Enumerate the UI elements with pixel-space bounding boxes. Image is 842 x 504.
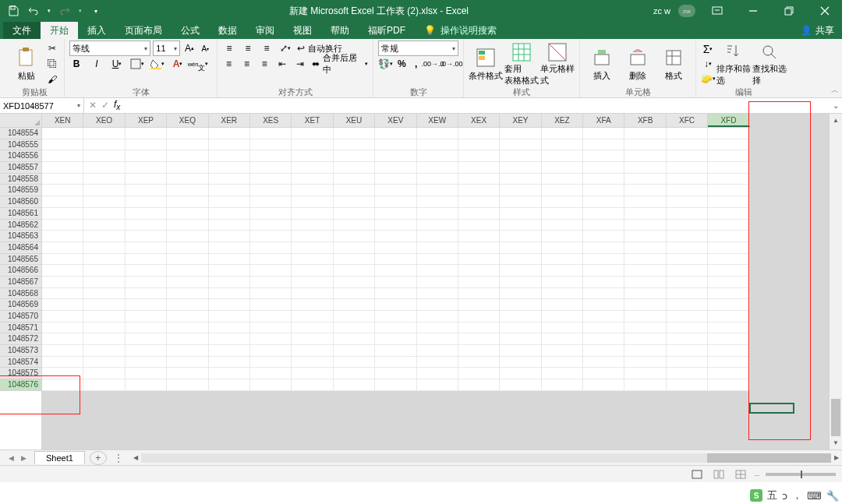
ime-settings-icon[interactable]: 🔧 (826, 490, 839, 502)
row-header[interactable]: 1048572 (0, 333, 41, 345)
align-bottom-icon[interactable]: ≡ (260, 41, 274, 55)
undo-icon[interactable] (25, 2, 42, 19)
row-header[interactable]: 1048565 (0, 254, 41, 266)
align-right-icon[interactable]: ≡ (258, 57, 271, 71)
tab-view[interactable]: 视图 (284, 22, 321, 39)
column-header[interactable]: XEX (458, 114, 500, 127)
fill-icon[interactable]: ↓▾ (701, 57, 715, 71)
increase-indent-icon[interactable]: ⇥ (294, 57, 307, 71)
add-sheet-icon[interactable]: + (90, 451, 107, 465)
ime-punct-icon[interactable]: ， (792, 488, 802, 502)
undo-dropdown-icon[interactable]: ▾ (45, 2, 53, 19)
scroll-left-icon[interactable]: ◀ (133, 454, 138, 461)
normal-view-icon[interactable] (689, 468, 705, 481)
row-header[interactable]: 1048562 (0, 220, 41, 231)
sheet-nav-next-icon[interactable]: ▶ (17, 454, 30, 462)
close-icon[interactable] (811, 0, 839, 22)
accounting-icon[interactable]: 💱▾ (378, 57, 392, 71)
insert-cells-button[interactable]: 插入 (585, 41, 619, 86)
row-header[interactable]: 1048571 (0, 322, 41, 334)
comma-icon[interactable]: , (412, 57, 422, 71)
row-header[interactable]: 1048561 (0, 208, 41, 220)
orientation-icon[interactable]: ⤢▾ (278, 41, 292, 55)
tab-layout[interactable]: 页面布局 (115, 22, 172, 39)
format-cells-button[interactable]: 格式 (656, 41, 691, 86)
row-header[interactable]: 1048573 (0, 345, 41, 357)
tab-review[interactable]: 审阅 (246, 22, 284, 39)
vscroll-thumb[interactable] (831, 399, 840, 436)
align-center-icon[interactable]: ≡ (240, 57, 253, 71)
phonetic-icon[interactable]: wén文 ▾ (191, 57, 205, 71)
clear-icon[interactable]: 🧽▾ (701, 72, 715, 86)
row-header[interactable]: 1048559 (0, 185, 41, 196)
user-avatar[interactable]: zw (678, 5, 695, 17)
delete-cells-button[interactable]: 删除 (621, 41, 655, 86)
percent-icon[interactable]: % (397, 57, 407, 71)
column-header[interactable]: XEZ (542, 114, 583, 127)
ime-softkbd-icon[interactable]: ⌨ (807, 490, 822, 502)
row-header[interactable]: 1048564 (0, 242, 41, 254)
row-header[interactable]: 1048575 (0, 368, 41, 379)
collapse-ribbon-icon[interactable]: ︿ (831, 85, 839, 96)
conditional-format-button[interactable]: 条件格式 (469, 41, 503, 86)
cell-styles-button[interactable]: 单元格样式 (540, 41, 575, 86)
column-header[interactable]: XES (250, 114, 292, 127)
vertical-scrollbar[interactable]: ▲ ▼ (829, 114, 842, 449)
row-header[interactable]: 1048570 (0, 311, 41, 322)
decrease-indent-icon[interactable]: ⇤ (276, 57, 289, 71)
ime-label[interactable]: 五 (767, 488, 777, 502)
cut-icon[interactable]: ✂ (45, 41, 59, 55)
row-header[interactable]: 1048566 (0, 265, 41, 277)
column-header[interactable]: XEU (334, 114, 375, 127)
sheet-nav-prev-icon[interactable]: ◀ (5, 454, 17, 462)
formula-input[interactable] (125, 98, 830, 113)
tab-file[interactable]: 文件 (3, 22, 41, 39)
column-header[interactable]: XEN (42, 114, 83, 127)
scroll-down-icon[interactable]: ▼ (830, 436, 842, 449)
restore-icon[interactable] (775, 0, 803, 22)
border-icon[interactable]: ▾ (130, 57, 144, 71)
share-button[interactable]: 👤共享 (791, 22, 842, 39)
fill-color-icon[interactable]: ▾ (150, 57, 165, 71)
italic-icon[interactable]: I (90, 57, 104, 71)
decrease-font-icon[interactable]: A▾ (199, 41, 212, 55)
column-header[interactable]: XFA (583, 114, 624, 127)
page-layout-view-icon[interactable] (711, 468, 727, 481)
select-all-button[interactable] (0, 114, 41, 128)
find-select-button[interactable]: 查找和选择 (752, 41, 787, 86)
row-header[interactable]: 1048558 (0, 174, 41, 185)
column-header[interactable]: XEW (417, 114, 458, 127)
redo-icon[interactable] (56, 2, 73, 19)
column-header[interactable]: XEQ (167, 114, 208, 127)
tell-me-search[interactable]: 💡 操作说明搜索 (415, 22, 506, 39)
column-header[interactable]: XFB (624, 114, 666, 127)
sort-filter-button[interactable]: 排序和筛选 (716, 41, 751, 86)
page-break-view-icon[interactable] (733, 468, 748, 481)
hscroll-thumb[interactable] (707, 453, 831, 463)
tab-foxit[interactable]: 福昕PDF (359, 22, 415, 39)
tab-data[interactable]: 数据 (209, 22, 246, 39)
ime-wubi-icon[interactable]: S (750, 489, 762, 502)
qat-customize-icon[interactable]: ▾ (87, 2, 104, 19)
row-header[interactable]: 1048568 (0, 288, 41, 300)
align-middle-icon[interactable]: ≡ (241, 41, 255, 55)
fx-icon[interactable]: fx (114, 99, 120, 111)
column-header[interactable]: XEO (83, 114, 125, 127)
cancel-formula-icon[interactable]: ✕ (89, 100, 97, 111)
bold-icon[interactable]: B (69, 57, 83, 71)
ribbon-display-icon[interactable] (703, 0, 731, 22)
column-header[interactable]: XFD (708, 114, 749, 127)
ime-toolbar[interactable]: S 五 ɔ ， ⌨ 🔧 (750, 488, 839, 502)
row-header[interactable]: 1048560 (0, 196, 41, 208)
save-icon[interactable] (5, 2, 22, 19)
minimize-icon[interactable] (739, 0, 767, 22)
tab-home[interactable]: 开始 (41, 22, 78, 39)
tab-help[interactable]: 帮助 (321, 22, 359, 39)
column-header[interactable]: XFC (667, 114, 708, 127)
underline-icon[interactable]: U ▾ (110, 57, 124, 71)
font-color-icon[interactable]: A▾ (171, 57, 185, 71)
zoom-slider[interactable] (766, 473, 836, 476)
tab-formulas[interactable]: 公式 (172, 22, 209, 39)
merge-center-button[interactable]: ⬌合并后居中▾ (312, 52, 368, 76)
column-header[interactable]: XEY (500, 114, 541, 127)
